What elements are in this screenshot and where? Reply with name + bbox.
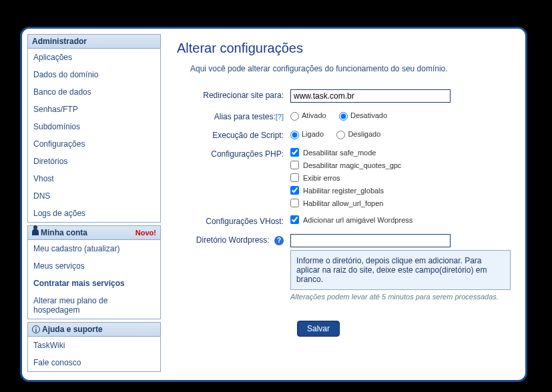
php-checkbox[interactable] xyxy=(290,161,299,169)
php-option-desabilitar-magic-quotes-gpc[interactable]: Desabilitar magic_quotes_gpc xyxy=(290,161,511,169)
row-php: Configurações PHP: Desabilitar safe_mode… xyxy=(177,148,511,207)
php-option-desabilitar-safe-mode[interactable]: Desabilitar safe_mode xyxy=(290,148,511,157)
label-wpdir: Diretório Wordpress: xyxy=(196,235,270,245)
vhost-wordpress-checkbox[interactable] xyxy=(290,215,299,224)
row-script: Execução de Script: Ligado Desligado xyxy=(177,129,511,140)
sidebar-item-contratar-mais-servi-os[interactable]: Contratar mais serviços xyxy=(28,275,160,292)
php-checkbox[interactable] xyxy=(290,148,299,157)
new-badge: Novo! xyxy=(135,229,156,237)
row-vhost: Configurações VHost: Adicionar url amigá… xyxy=(177,215,511,226)
alias-on-radio[interactable] xyxy=(290,112,299,121)
info-box: Informe o diretório, depois clique em ad… xyxy=(290,250,511,290)
label-alias: Alias para testes: xyxy=(214,112,276,121)
alias-off-option[interactable]: Desativado xyxy=(339,111,387,119)
sidebar-item-taskwiki[interactable]: TaskWiki xyxy=(28,337,160,354)
sidebar-account: Minha conta Novo! Meu cadastro (atualiza… xyxy=(27,225,161,319)
row-alias: Alias para testes:[?] Ativado Desativado xyxy=(177,111,511,121)
script-off-radio[interactable] xyxy=(336,131,345,139)
page-description: Aqui você pode alterar configurações do … xyxy=(190,64,511,73)
php-checkbox[interactable] xyxy=(290,199,299,207)
sidebar: Administrador AplicaçõesDados do domínio… xyxy=(27,34,161,375)
question-icon[interactable]: ? xyxy=(274,236,284,245)
sidebar-admin-header: Administrador xyxy=(28,35,160,49)
sidebar-item-dns[interactable]: DNS xyxy=(28,187,160,205)
sidebar-item-configura-es[interactable]: Configurações xyxy=(28,135,160,153)
sidebar-item-vhost[interactable]: Vhost xyxy=(28,170,160,187)
sidebar-item-aplica-es[interactable]: Aplicações xyxy=(28,49,160,66)
page-title: Alterar configurações xyxy=(177,41,511,56)
person-icon xyxy=(32,229,39,235)
sidebar-item-banco-de-dados[interactable]: Banco de dados xyxy=(28,83,160,101)
php-option-exibir-erros[interactable]: Exibir erros xyxy=(290,173,511,182)
php-checkbox[interactable] xyxy=(290,173,299,182)
sidebar-item-diret-rios[interactable]: Diretórios xyxy=(28,153,160,170)
alias-off-radio[interactable] xyxy=(339,112,348,121)
help-icon: i xyxy=(32,325,40,333)
sidebar-item-logs-de-a-es[interactable]: Logs de ações xyxy=(28,205,160,222)
wpdir-input[interactable] xyxy=(290,234,451,247)
sidebar-item-meus-servi-os[interactable]: Meus serviços xyxy=(28,257,160,275)
sidebar-admin: Administrador AplicaçõesDados do domínio… xyxy=(27,34,161,223)
label-redirect: Redirecionar site para: xyxy=(177,89,290,100)
sidebar-item-dados-do-dom-nio[interactable]: Dados do domínio xyxy=(28,66,160,83)
sidebar-item-alterar-meu-plano-de-hospedagem[interactable]: Alterar meu plano de hospedagem xyxy=(28,292,160,319)
sidebar-item-fale-conosco[interactable]: Fale conosco xyxy=(28,354,160,371)
sidebar-help-title: Ajuda e suporte xyxy=(42,325,103,334)
php-option-habilitar-register-globals[interactable]: Habilitar register_globals xyxy=(290,186,511,195)
php-checkbox[interactable] xyxy=(290,186,299,195)
save-button[interactable]: Salvar xyxy=(297,321,340,337)
script-on-option[interactable]: Ligado xyxy=(290,130,324,138)
alias-help-link[interactable]: [?] xyxy=(276,113,284,121)
sidebar-item-senhas-ftp[interactable]: Senhas/FTP xyxy=(28,101,160,118)
sidebar-account-header: Minha conta Novo! xyxy=(28,226,160,240)
sidebar-help: iAjuda e suporte TaskWikiFale conosco xyxy=(27,322,161,372)
main-content: Alterar configurações Aqui você pode alt… xyxy=(161,34,523,375)
redirect-input[interactable] xyxy=(290,89,451,103)
label-php: Configurações PHP: xyxy=(177,148,290,159)
sidebar-help-header: iAjuda e suporte xyxy=(28,323,160,337)
processing-note: Alterações podem levar até 5 minutos par… xyxy=(290,293,511,301)
script-off-option[interactable]: Desligado xyxy=(336,130,380,138)
sidebar-item-subdom-nios[interactable]: Subdomínios xyxy=(28,118,160,135)
label-vhost: Configurações VHost: xyxy=(177,215,290,226)
vhost-wordpress-option[interactable]: Adicionar url amigável Wordpress xyxy=(290,215,511,224)
row-redirect: Redirecionar site para: xyxy=(177,89,511,103)
label-script: Execução de Script: xyxy=(177,129,290,140)
sidebar-account-title: Minha conta xyxy=(41,228,87,237)
row-wpdir: Diretório Wordpress: ? Informe o diretór… xyxy=(177,234,511,301)
alias-on-option[interactable]: Ativado xyxy=(290,111,326,119)
php-option-habilitar-allow-url-fopen[interactable]: Habilitar allow_url_fopen xyxy=(290,199,511,207)
sidebar-item-meu-cadastro-atualizar-[interactable]: Meu cadastro (atualizar) xyxy=(28,240,160,257)
sidebar-admin-title: Administrador xyxy=(32,37,87,46)
script-on-radio[interactable] xyxy=(290,131,299,139)
main-panel: Administrador AplicaçõesDados do domínio… xyxy=(20,27,527,382)
